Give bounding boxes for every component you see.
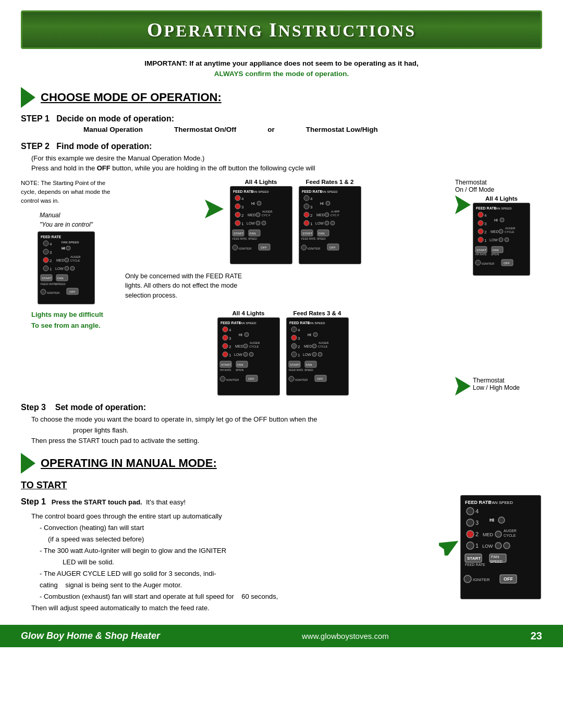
feedrates34-label: Feed Rates 3 & 4 [293,310,341,316]
svg-text:FAN: FAN [319,232,325,235]
svg-text:FEED RATE: FEED RATE [289,321,310,325]
all4lights-bottom-label: All 4 Lights [473,195,530,202]
svg-point-7 [66,246,70,250]
press-start-title-line: Step 1 Press the START touch pad. It's t… [21,495,448,509]
svg-text:CYCLE: CYCLE [249,345,259,348]
svg-point-11 [65,258,69,262]
step1-title-text: Decide on mode of operation: [56,114,174,123]
svg-point-89 [223,327,228,332]
press-start-bullets: The control board goes through the entir… [21,511,448,614]
diagram-note: NOTE: The Starting Point of the cycle, d… [21,179,112,206]
thermostat-onoff-label: Thermostat On / Off Mode [455,179,542,193]
svg-text:CYCLE: CYCLE [318,345,328,348]
feedrate-note: Only be concerned with the FEED RATE lig… [125,272,451,301]
svg-point-38 [235,212,240,217]
svg-text:3: 3 [241,205,244,209]
diagram-section: NOTE: The Starting Point of the cycle, d… [21,179,542,396]
svg-point-47 [256,221,260,225]
or-label: or [267,126,275,133]
feedrates34-panel: FEED RATE 4 FAN SPEED 3 HI 2 MED AUGER [286,317,349,396]
svg-text:3: 3 [229,336,231,341]
panels-row2: All 4 Lights FEED RATE 4 FAN SPEED 3 HI … [115,310,451,396]
svg-text:MED: MED [56,258,65,262]
svg-point-135 [318,352,322,356]
svg-text:LOW: LOW [482,544,493,549]
svg-point-155 [478,229,483,234]
svg-text:HI: HI [489,517,494,523]
svg-point-142 [289,376,294,381]
svg-marker-176 [455,377,471,396]
bullet3: (if a speed was selected before) [31,534,448,545]
svg-text:1: 1 [484,238,487,243]
svg-text:MED: MED [248,213,256,217]
svg-point-113 [220,376,225,381]
svg-text:START: START [221,363,231,366]
svg-text:FAN SPEED: FAN SPEED [251,190,269,193]
header-banner: OPERATING INSTRUCTIONS [21,10,542,49]
svg-text:IGNITER: IGNITER [226,378,239,381]
step3-label: Step 3 [21,403,46,412]
svg-text:OFF: OFF [261,246,267,249]
lights-warning-line1: Lights may be difficult [31,310,112,320]
thermostat-lh-label: Thermostat Low / High Mode [473,377,520,391]
svg-text:IGNITER: IGNITER [473,577,490,582]
svg-point-192 [467,542,474,549]
diagram-center: All 4 Lights FEED RATE 4 FAN SPEED 3 HI … [115,179,451,396]
all4lights-mid-entry: All 4 Lights FEED RATE 4 FAN SPEED 3 HI … [217,310,280,396]
svg-text:FEED RATE: FEED RATE [41,282,57,286]
svg-point-161 [478,237,483,242]
svg-point-102 [223,352,228,357]
step2-label: STEP 2 [21,142,50,151]
svg-text:FAN SPEED: FAN SPEED [489,500,513,505]
svg-text:A.HPP: A.HPP [331,210,340,213]
bullet4b: LED will be solid. [31,557,448,568]
svg-text:LOW: LOW [234,353,242,356]
svg-text:SPD/N: SPD/N [491,253,499,256]
svg-point-154 [500,218,504,222]
press-start-title: Press the START touch pad. [52,498,142,506]
step2-title-text: Find mode of operation: [56,142,152,151]
important-notice: IMPORTANT: If at anytime your appliance … [21,58,542,80]
svg-point-106 [249,352,253,356]
svg-point-76 [325,221,329,225]
svg-point-84 [301,245,307,250]
svg-text:2: 2 [484,230,487,235]
bullet7: Then will adjust speed automatically to … [31,602,448,614]
svg-point-17 [65,266,69,270]
svg-text:FEED RATE: FEED RATE [221,321,241,325]
svg-text:SPEED: SPEED [56,282,66,286]
svg-text:3: 3 [50,250,52,255]
important-line1: IMPORTANT: If at anytime your appliance … [21,58,542,69]
svg-text:MED: MED [491,230,499,233]
svg-point-60 [304,195,309,201]
svg-point-41 [256,213,260,217]
svg-text:FAN SPEED: FAN SPEED [320,190,338,193]
step1-subtitle: Manual Operation Thermostat On/Off or Th… [21,126,542,133]
bullet6: - Combustion (exhaust) fan will start an… [31,591,448,602]
svg-text:CYCLE: CYCLE [504,534,516,537]
svg-text:FAN: FAN [250,232,256,235]
svg-point-189 [495,531,501,537]
svg-text:HH RATE: HH RATE [220,368,231,372]
svg-text:FEED RATE: FEED RATE [302,190,322,193]
step3-title-text: Set mode of operation: [55,403,146,412]
press-start-subtitle: It's that easy! [146,498,186,506]
svg-text:AUGER: AUGER [250,341,260,344]
press-start-text: Step 1 Press the START touch pad. It's t… [21,495,448,614]
svg-text:CYCLE: CYCLE [70,259,80,262]
svg-point-158 [499,229,503,233]
svg-text:SPEED: SPEED [317,237,326,240]
manual-operation-label: Manual Operation [83,126,143,133]
svg-point-121 [291,335,297,340]
svg-text:LOW: LOW [315,221,324,225]
svg-point-25 [41,289,46,294]
svg-text:HH RATE: HH RATE [475,253,487,256]
bullet1: The control board goes through the entir… [31,511,448,522]
svg-point-31 [235,195,240,201]
footer: Glow Boy Home & Shop Heater www.glowboys… [0,625,563,647]
svg-text:FEED RATE: FEED RATE [301,237,316,240]
operating-manual-title: OPERATING IN MANUAL MODE: [41,456,217,470]
step3-section: Step 3 Set mode of operation: To choose … [21,403,542,447]
svg-text:START: START [290,363,300,366]
svg-point-92 [223,335,228,340]
